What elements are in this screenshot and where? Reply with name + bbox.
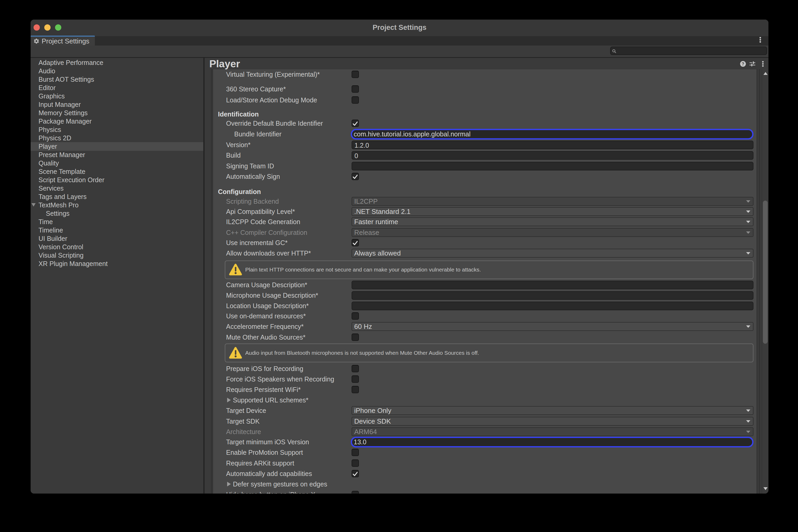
svg-text:?: ? bbox=[742, 62, 744, 66]
